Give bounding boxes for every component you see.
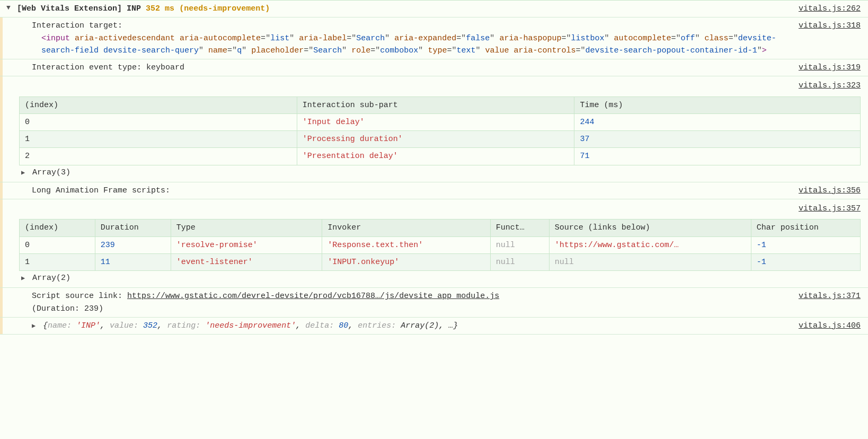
table2-footer[interactable]: ▶ Array(2) (19, 271, 861, 285)
interaction-subparts-table: (index)Interaction sub-partTime (ms)0'In… (19, 96, 861, 165)
event-type-value: keyboard (146, 63, 184, 72)
laf-label: Long Animation Frame scripts: (32, 186, 170, 195)
target-element-code[interactable]: <input aria-activedescendant aria-autoco… (32, 32, 794, 57)
script-source-label: Script source link: (32, 292, 122, 301)
group-stripe (0, 59, 3, 76)
metric-value: 352 ms (146, 4, 174, 13)
group-stripe (0, 318, 3, 334)
table-header: Char position (751, 220, 860, 236)
script-source-row: Script source link: https://www.gstatic.… (0, 288, 868, 318)
table-header: Type (171, 220, 322, 236)
group-stripe (0, 76, 3, 182)
table-header: Interaction sub-part (297, 96, 574, 113)
table-row: 111'event-listener''INPUT.onkeyup'nullnu… (20, 253, 861, 270)
source-link[interactable]: vitals.js:357 (799, 203, 861, 215)
table-row: 0239'resolve-promise''Response.text.then… (20, 236, 861, 253)
disclosure-triangle-down-icon[interactable]: ▼ (6, 4, 11, 12)
table-header: Duration (95, 220, 171, 236)
script-source-duration: (Duration: 239) (32, 304, 103, 313)
group-stripe (0, 199, 3, 287)
event-type-label: Interaction event type: (32, 63, 141, 72)
table-header: Funct… (490, 220, 549, 236)
group-stripe (0, 182, 3, 199)
source-link[interactable]: vitals.js:406 (796, 319, 863, 333)
object-close: , …} (439, 321, 458, 330)
table-row: 2'Presentation delay'71 (20, 148, 861, 165)
table-row: 0'Input delay'244 (20, 113, 861, 130)
table-row: 1'Processing duration'37 (20, 131, 861, 148)
disclosure-triangle-right-icon[interactable]: ▶ (32, 321, 38, 331)
table-header: (index) (20, 220, 95, 236)
table-header: Time (ms) (574, 96, 861, 113)
source-link[interactable]: vitals.js:319 (796, 60, 863, 75)
group-stripe (0, 17, 3, 59)
script-source-url[interactable]: https://www.gstatic.com/devrel-devsite/p… (127, 292, 499, 301)
object-preview-row[interactable]: ▶ {name: 'INP', value: 352, rating: 'nee… (0, 318, 868, 335)
table-header: (index) (20, 96, 297, 113)
metric-name: INP (127, 4, 141, 13)
group-stripe (0, 288, 3, 317)
source-link[interactable]: vitals.js:323 (799, 80, 861, 92)
interaction-target-row: Interaction target: <input aria-activede… (0, 17, 868, 59)
table-header: Invoker (322, 220, 490, 236)
disclosure-triangle-right-icon[interactable]: ▶ (21, 168, 28, 178)
laf-table: (index)DurationTypeInvokerFunct…Source (… (19, 219, 861, 271)
table1-footer[interactable]: ▶ Array(3) (19, 165, 861, 180)
source-link[interactable]: vitals.js:262 (796, 2, 863, 16)
log-header-row[interactable]: ▼ [Web Vitals Extension] INP 352 ms (nee… (0, 1, 868, 17)
interaction-event-row: Interaction event type: keyboard vitals.… (0, 59, 868, 76)
table2-row: vitals.js:357 (index)DurationTypeInvoker… (0, 199, 868, 288)
object-open-brace: { (43, 321, 48, 330)
source-link[interactable]: vitals.js:318 (796, 19, 863, 33)
console-log-group: ▼ [Web Vitals Extension] INP 352 ms (nee… (0, 0, 868, 335)
log-prefix: [Web Vitals Extension] (17, 4, 122, 13)
table1-row: vitals.js:323 (index)Interaction sub-par… (0, 76, 868, 182)
source-link[interactable]: vitals.js:371 (796, 289, 863, 303)
source-link[interactable]: vitals.js:356 (796, 183, 863, 198)
laf-label-row: Long Animation Frame scripts: vitals.js:… (0, 182, 868, 199)
table-header: Source (links below) (549, 220, 751, 236)
interaction-target-label: Interaction target: (32, 20, 794, 32)
metric-rating: (needs-improvement) (179, 4, 270, 13)
disclosure-triangle-right-icon[interactable]: ▶ (21, 274, 28, 284)
